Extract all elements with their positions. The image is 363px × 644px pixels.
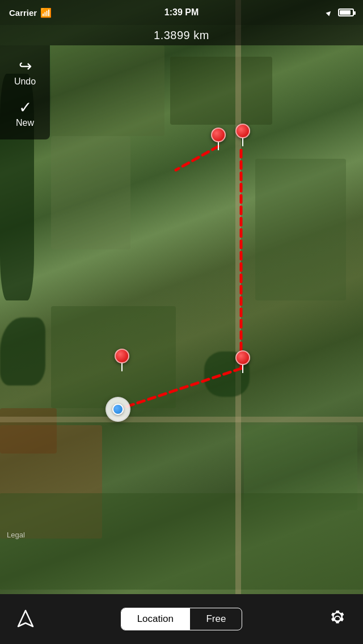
settings-button[interactable] [323, 605, 352, 633]
new-label: New [16, 118, 34, 128]
checkmark-icon: ✓ [19, 98, 32, 117]
bottom-bar: Location Free [0, 594, 363, 644]
battery-icon [338, 9, 354, 16]
new-button[interactable]: ✓ New [0, 92, 50, 134]
segment-location[interactable]: Location [121, 608, 189, 630]
carrier-label: Carrier [9, 8, 37, 18]
map-pin-2[interactable] [235, 124, 250, 146]
segment-control[interactable]: Location Free [121, 608, 243, 630]
location-dot [105, 397, 130, 422]
distance-bar: 1.3899 km [0, 25, 363, 45]
map-pin-3[interactable] [235, 350, 250, 373]
navigation-arrow-icon [16, 609, 35, 629]
location-arrow-icon: ▲ [324, 6, 336, 18]
tree-cluster-1 [0, 317, 45, 385]
status-left: Carrier 📶 [9, 7, 52, 18]
map-area[interactable]: Legal [0, 0, 363, 594]
undo-icon: ↪ [19, 57, 32, 75]
field-patch-brown2 [0, 408, 57, 454]
segment-free[interactable]: Free [190, 608, 242, 630]
field-patch-2 [170, 57, 272, 125]
wifi-icon: 📶 [40, 7, 52, 18]
status-right: ▲ [326, 8, 354, 17]
map-pin-1[interactable] [211, 128, 226, 150]
road-horizontal [0, 417, 363, 422]
gear-icon [327, 609, 348, 629]
legal-text-area: Legal [7, 529, 25, 540]
svg-marker-3 [18, 611, 33, 626]
field-patch-bottom [0, 493, 363, 590]
left-panel: ↪ Undo ✓ New [0, 45, 50, 139]
navigation-button[interactable] [11, 605, 40, 633]
status-time: 1:39 PM [164, 7, 199, 18]
map-pin-4[interactable] [115, 349, 129, 371]
distance-value: 1.3899 km [154, 29, 209, 42]
undo-label: Undo [14, 77, 36, 87]
field-patch-3 [51, 136, 130, 249]
road-vertical [235, 0, 241, 594]
field-patch-4 [255, 159, 346, 300]
field-patch-1 [51, 45, 164, 136]
undo-button[interactable]: ↪ Undo [0, 51, 50, 92]
field-patch-5 [51, 306, 176, 408]
legal-label: Legal [7, 531, 25, 539]
status-bar: Carrier 📶 1:39 PM ▲ [0, 0, 363, 25]
